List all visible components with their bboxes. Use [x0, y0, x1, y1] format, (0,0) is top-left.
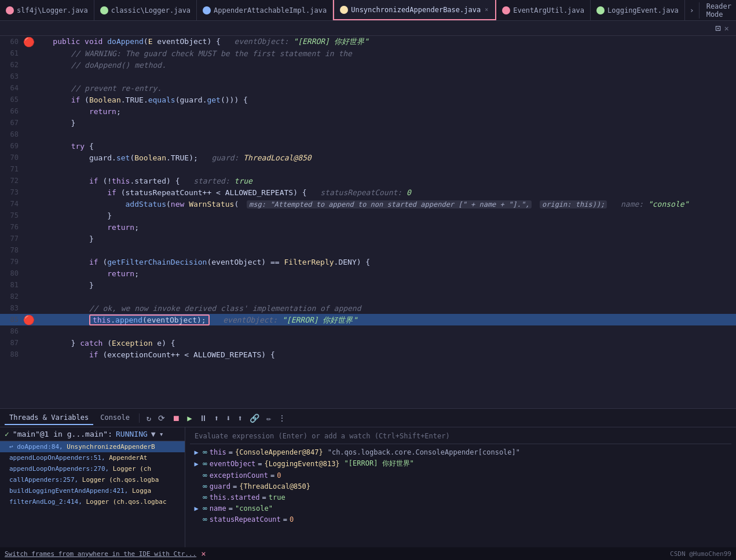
debug-btn-resume[interactable]: ↻ [144, 412, 153, 424]
expand-eventobject-icon[interactable]: ▶ [192, 460, 200, 468]
tab-icon-slf4j [6, 6, 14, 14]
stack-frame-3[interactable]: callAppenders:257, Logger (ch.qos.logba [0, 474, 185, 485]
tab-label-classic: classic\Logger.java [111, 6, 191, 14]
tab-bar: slf4j\Logger.java classic\Logger.java Ap… [0, 0, 736, 21]
tab-label-slf4j: slf4j\Logger.java [17, 6, 88, 14]
stack-frame-5[interactable]: filterAndLog_2:414, Logger (ch.qos.logba… [0, 496, 185, 507]
reader-mode-icon[interactable]: ⊡ [715, 23, 721, 34]
stack-frame-1[interactable]: appendLoopOnAppenders:51, AppenderAt [0, 452, 185, 463]
tab-logging-event[interactable]: LoggingEvent.java [591, 0, 685, 20]
tab-classic-logger[interactable]: classic\Logger.java [94, 0, 197, 20]
line-code-60: public void doAppend(E eventObject) { ev… [32, 36, 736, 47]
breakpoint-60[interactable]: 🔴 [23, 36, 32, 47]
code-line-70: 70 guard.set(Boolean.TRUE); guard: Threa… [0, 152, 736, 163]
code-line-62: 62 // doAppend() method. [0, 59, 736, 71]
tab-event-arg-util[interactable]: EventArgUtil.java [496, 0, 591, 20]
var-name[interactable]: ▶ ∞ name = "console" [190, 503, 731, 514]
expand-this-icon[interactable]: ▶ [192, 448, 200, 456]
debug-btn-step-over[interactable]: ⬆ [212, 412, 221, 424]
debug-separator-1 [139, 413, 140, 423]
reader-mode-button[interactable]: Reader Mode [699, 2, 736, 19]
code-line-60: 60 🔴 public void doAppend(E eventObject)… [0, 36, 736, 47]
var-eventobject[interactable]: ▶ ∞ eventObject = {LoggingEvent@813} "[E… [190, 457, 731, 470]
tab-overflow-button[interactable]: › [685, 6, 699, 14]
code-line-86: 86 [0, 325, 736, 337]
tab-label-loggingevent: LoggingEvent.java [607, 6, 679, 14]
debug-left-panel: ✓ "main"@1 in g...main": RUNNING ▼ ▾ ↩ d… [0, 427, 185, 547]
code-line-69: 69 try { [0, 140, 736, 152]
code-line-85: 85 🔴 this.append(eventObject); eventObje… [0, 314, 736, 325]
code-line-72: 72 if (!this.started) { started: true [0, 175, 736, 186]
tab-appender-attachable[interactable]: AppenderAttachableImpl.java [197, 0, 333, 20]
eval-input-bar[interactable]: Evaluate expression (Enter) or add a wat… [190, 430, 731, 444]
code-line-61: 61 // WARNING: The guard check MUST be t… [0, 47, 736, 59]
var-guard[interactable]: ∞ guard = {ThreadLocal@850} [190, 481, 731, 492]
var-statusrepeatcount[interactable]: ∞ statusRepeatCount = 0 [190, 514, 731, 525]
code-line-87: 87 } catch (Exception e) { [0, 337, 736, 349]
code-line-74: 74 addStatus(new WarnStatus( msg: "Attem… [0, 198, 736, 210]
code-line-78: 78 [0, 244, 736, 256]
code-line-82: 82 [0, 291, 736, 302]
code-line-71: 71 [0, 163, 736, 175]
debug-btn-mute[interactable]: 🔗 [247, 412, 262, 424]
tab-label-unsync: UnsynchronizedAppenderBase.java [351, 6, 481, 14]
stack-frame-4[interactable]: buildLoggingEventAndAppend:421, Logga [0, 485, 185, 496]
stack-frame-2[interactable]: appendLoopOnAppenders:270, Logger (ch [0, 463, 185, 474]
code-line-67: 67 } [0, 117, 736, 129]
tab-slf4j-logger[interactable]: slf4j\Logger.java [0, 0, 94, 20]
code-line-79: 79 if (getFilterChainDecision(eventObjec… [0, 256, 736, 268]
thread-check-icon: ✓ [5, 430, 9, 438]
thread-dropdown-arrow[interactable]: ▾ [159, 430, 164, 438]
debug-btn-play[interactable]: ▶ [185, 412, 194, 424]
thread-filter-icon[interactable]: ▼ [151, 430, 156, 438]
debug-right-panel: Evaluate expression (Enter) or add a wat… [185, 427, 736, 547]
csdn-attribution: CSDN @HumoChen99 [670, 550, 731, 558]
code-line-81: 81 } [0, 279, 736, 291]
code-line-77: 77 } [0, 233, 736, 244]
code-line-75: 75 } [0, 210, 736, 221]
main-area: 60 🔴 public void doAppend(E eventObject)… [0, 36, 736, 408]
debug-btn-step-into[interactable]: ⬇ [224, 412, 233, 424]
debug-tab-threads[interactable]: Threads & Variables [5, 411, 93, 425]
line-num-60: 60 [0, 38, 23, 46]
thread-filter-row: ✓ "main"@1 in g...main": RUNNING ▼ ▾ [0, 427, 185, 441]
thread-name: "main"@1 in g...main": [13, 430, 112, 438]
thread-state: RUNNING [116, 430, 148, 438]
code-line-88: 88 if (exceptionCount++ < ALLOWED_REPEAT… [0, 349, 736, 360]
var-this[interactable]: ▶ ∞ this = {ConsoleAppender@847} "ch.qos… [190, 446, 731, 457]
debug-tab-console[interactable]: Console [96, 411, 134, 425]
code-line-65: 65 if (Boolean.TRUE.equals(guard.get()))… [0, 94, 736, 105]
var-started[interactable]: ∞ this.started = true [190, 492, 731, 503]
debug-btn-step-out[interactable]: ⬆ [236, 412, 245, 424]
tab-label-appender: AppenderAttachableImpl.java [214, 6, 327, 14]
code-line-80: 80 return; [0, 268, 736, 279]
tab-icon-eventarg [502, 6, 510, 14]
var-exceptioncount[interactable]: ∞ exceptionCount = 0 [190, 470, 731, 481]
code-line-83: 83 // ok, we now invoke derived class' i… [0, 302, 736, 314]
debug-panel: Threads & Variables Console ↻ ⟳ ⏹ ▶ ⏸ ⬆ … [0, 408, 736, 547]
code-line-66: 66 return; [0, 105, 736, 117]
status-close-icon[interactable]: × [201, 549, 206, 558]
debug-btn-rerun[interactable]: ⟳ [156, 412, 167, 424]
tab-icon-appender [203, 6, 211, 14]
debug-btn-more[interactable]: ⋮ [276, 412, 288, 424]
code-line-76: 76 return; [0, 221, 736, 233]
debug-btn-edit[interactable]: ✏ [264, 412, 273, 424]
tab-icon-loggingevent [596, 6, 605, 14]
code-line-64: 64 // prevent re-entry. [0, 82, 736, 94]
debug-btn-pause[interactable]: ⏸ [197, 412, 210, 424]
breakpoint-85[interactable]: 🔴 [23, 314, 32, 325]
tab-close-unsync[interactable]: × [484, 6, 489, 13]
expand-name-icon[interactable]: ▶ [192, 504, 200, 513]
stack-frame-0[interactable]: ↩ doAppend:84, UnsynchronizedAppenderB [0, 441, 185, 452]
reader-mode-close-icon[interactable]: × [724, 24, 729, 33]
tab-unsynchronized[interactable]: UnsynchronizedAppenderBase.java × [333, 0, 496, 20]
status-bar: Switch frames from anywhere in the IDE w… [0, 547, 736, 560]
debug-btn-stop[interactable]: ⏹ [170, 412, 182, 424]
code-line-63: 63 [0, 71, 736, 82]
debug-toolbar: Threads & Variables Console ↻ ⟳ ⏹ ▶ ⏸ ⬆ … [0, 409, 736, 427]
tab-icon-classic [100, 6, 108, 14]
status-link[interactable]: Switch frames from anywhere in the IDE w… [5, 550, 196, 558]
code-line-73: 73 if (statusRepeatCount++ < ALLOWED_REP… [0, 186, 736, 198]
code-line-68: 68 [0, 129, 736, 140]
